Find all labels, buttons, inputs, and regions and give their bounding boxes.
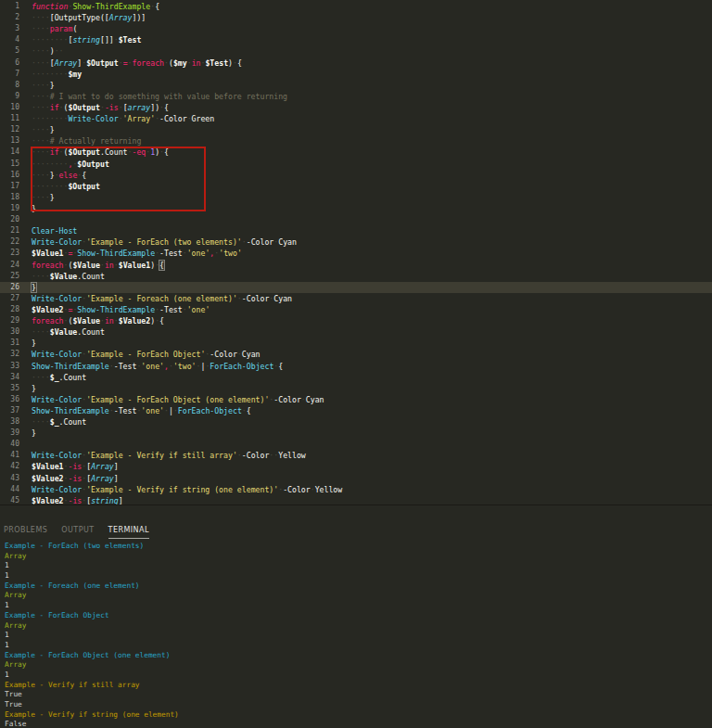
line-number[interactable]: 34 (0, 372, 19, 383)
line-number[interactable]: 37 (0, 405, 19, 416)
code-line[interactable]: 37Show-ThirdExample·-Test·'one'·|·ForEac… (0, 405, 712, 416)
line-number[interactable]: 17 (0, 181, 19, 192)
code-line[interactable]: 6····[Array]·$Output·=·foreach·($my·in·$… (0, 57, 712, 69)
line-number[interactable]: 8 (0, 80, 19, 91)
code-line[interactable]: 39} (0, 428, 712, 439)
line-number[interactable]: 29 (0, 315, 19, 326)
code-editor[interactable]: 1function·Show-ThirdExample·{2····[Outpu… (0, 0, 712, 504)
code-line[interactable]: 45$Value2·-is·[string] (0, 495, 712, 504)
code-line[interactable]: 14····if·($Output.Count·-eq·1)·{ (0, 147, 712, 158)
code-line[interactable]: 24foreach·($Value·in·$Value1)·{ (0, 260, 712, 271)
line-number[interactable]: 19 (0, 203, 19, 214)
code-line[interactable]: 38····$_.Count (0, 416, 712, 428)
code-line[interactable]: 11········Write-Color·'Array'·-Color·Gre… (0, 113, 712, 124)
terminal-output[interactable]: Example - ForEach (two elements)Array11E… (0, 537, 712, 728)
panel-tab-output[interactable]: OUTPUT (61, 526, 94, 538)
line-number[interactable]: 40 (0, 439, 19, 450)
line-number[interactable]: 23 (0, 248, 19, 259)
code-line[interactable]: 42$Value1·-is·[Array] (0, 461, 712, 472)
line-number[interactable]: 38 (0, 416, 19, 428)
line-number[interactable]: 25 (0, 271, 19, 282)
line-number[interactable]: 6 (0, 57, 19, 69)
code-line[interactable]: 40 (0, 439, 712, 450)
line-number[interactable]: 43 (0, 473, 19, 484)
code-line[interactable]: 12····} (0, 124, 712, 135)
code-line[interactable]: 22Write-Color·'Example - ForEach (two el… (0, 236, 712, 248)
code-line[interactable]: 25····$Value.Count (0, 271, 712, 282)
code-line[interactable]: 9····# I want to do something with value… (0, 91, 712, 102)
line-number[interactable]: 9 (0, 91, 19, 102)
code-line[interactable]: 15········,·$Output (0, 159, 712, 170)
line-number[interactable]: 32 (0, 349, 19, 360)
code-line[interactable]: 19} (0, 203, 712, 214)
line-number[interactable]: 20 (0, 214, 19, 225)
code-line[interactable]: 31} (0, 338, 712, 349)
code-line[interactable]: 32Write-Color·'Example - ForEach Object'… (0, 349, 712, 360)
code-line[interactable]: 13····# Actually returning (0, 135, 712, 147)
code-token: { (164, 103, 169, 112)
code-line[interactable]: 29foreach·($Value·in·$Value2)·{ (0, 315, 712, 326)
code-line[interactable]: 2····[OutputType([Array])] (0, 12, 712, 23)
code-line[interactable]: 44Write-Color·'Example - Verify if strin… (0, 484, 712, 495)
code-line[interactable]: 23$Value1·=·Show-ThirdExample·-Test·'one… (0, 248, 712, 259)
code-line[interactable]: 8····} (0, 80, 712, 91)
line-number[interactable]: 33 (0, 361, 19, 372)
line-number[interactable]: 18 (0, 192, 19, 203)
code-token: { (155, 2, 159, 11)
code-line[interactable]: 16····}·else·{ (0, 170, 712, 181)
code-token: $_ (50, 373, 59, 382)
line-number[interactable]: 21 (0, 225, 19, 236)
line-number[interactable]: 30 (0, 326, 19, 338)
code-line[interactable]: 30····$Value.Count (0, 326, 712, 338)
line-number[interactable]: 27 (0, 293, 19, 304)
code-line[interactable]: 18····} (0, 192, 712, 203)
code-line[interactable]: 34····$_.Count (0, 372, 712, 383)
code-line[interactable]: 20 (0, 214, 712, 225)
line-number[interactable]: 26 (0, 282, 19, 293)
line-number[interactable]: 13 (0, 135, 19, 147)
code-line[interactable]: 36Write-Color·'Example - ForEach Object … (0, 394, 712, 405)
terminal-line: 1 (5, 561, 712, 571)
line-number[interactable]: 42 (0, 461, 19, 472)
line-number[interactable]: 36 (0, 394, 19, 405)
code-line[interactable]: 41Write-Color·'Example - Verify if still… (0, 450, 712, 461)
line-number[interactable]: 22 (0, 236, 19, 248)
line-number[interactable]: 5 (0, 45, 19, 57)
line-number[interactable]: 12 (0, 124, 19, 135)
panel-tab-problems[interactable]: PROBLEMS (4, 526, 47, 538)
line-number[interactable]: 15 (0, 159, 19, 170)
code-line[interactable]: 3····param( (0, 23, 712, 34)
code-line[interactable]: 21Clear-Host (0, 225, 712, 236)
line-number[interactable]: 7 (0, 69, 19, 80)
line-number[interactable]: 45 (0, 495, 19, 504)
line-number[interactable]: 28 (0, 304, 19, 315)
line-number[interactable]: 10 (0, 102, 19, 113)
line-number[interactable]: 41 (0, 450, 19, 461)
line-number[interactable]: 2 (0, 12, 19, 23)
code-line[interactable]: 1function·Show-ThirdExample·{ (0, 1, 712, 12)
line-number[interactable]: 24 (0, 260, 19, 271)
code-line[interactable]: 35} (0, 383, 712, 394)
code-line[interactable]: 43$Value2·-is·[Array] (0, 473, 712, 484)
code-area[interactable]: 1function·Show-ThirdExample·{2····[Outpu… (0, 1, 712, 504)
line-number[interactable]: 14 (0, 147, 19, 158)
code-line[interactable]: 33Show-ThirdExample·-Test·'one',·'two'·|… (0, 361, 712, 372)
line-number[interactable]: 39 (0, 428, 19, 439)
line-number[interactable]: 1 (0, 1, 19, 12)
line-number[interactable]: 11 (0, 113, 19, 124)
line-number[interactable]: 35 (0, 383, 19, 394)
code-line[interactable]: 17········$Output (0, 181, 712, 192)
line-number[interactable]: 16 (0, 170, 19, 181)
code-line[interactable]: 27Write-Color·'Example - Foreach (one el… (0, 293, 712, 304)
panel-tab-terminal[interactable]: TERMINAL (108, 526, 149, 539)
line-number[interactable]: 4 (0, 34, 19, 45)
line-number[interactable]: 44 (0, 484, 19, 495)
code-line[interactable]: 5····)·· (0, 45, 712, 57)
code-line[interactable]: 10····if·($Output·-is·[array])·{ (0, 102, 712, 113)
line-number[interactable]: 3 (0, 23, 19, 34)
code-line[interactable]: 26} (0, 282, 712, 293)
code-line[interactable]: 7········$my (0, 69, 712, 80)
code-line[interactable]: 28$Value2·=·Show-ThirdExample·-Test·'one… (0, 304, 712, 315)
code-line[interactable]: 4········[string[]]·$Test (0, 34, 712, 45)
line-number[interactable]: 31 (0, 338, 19, 349)
